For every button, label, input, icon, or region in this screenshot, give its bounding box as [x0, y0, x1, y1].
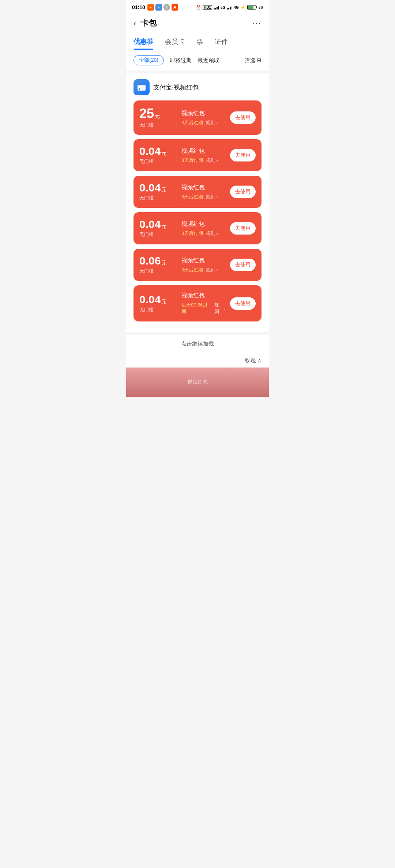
- alarm-icon: ⏰: [196, 5, 201, 10]
- coupon-name-1: 视频红包: [181, 110, 226, 117]
- coupon-expire-4: 3天后过期: [181, 230, 203, 237]
- coupon-amount-5: 0.06 元: [139, 255, 172, 266]
- coupon-rules-4[interactable]: 规则 ›: [206, 230, 218, 237]
- coupon-expire-row-6: 后天00:56过期 规则 ›: [181, 302, 226, 315]
- taobao-icon: 淘: [172, 4, 178, 11]
- coupon-expire-1: 3天后过期: [181, 119, 203, 126]
- page-title: 卡包: [140, 18, 157, 28]
- status-bar: 01:10 B S ↻ 淘 ⏰ HD1 5G 4G ⚡: [126, 0, 269, 13]
- coupon-card-4: 0.04 元 无门槛 视频红包 3天后过期 规则 › 去使用: [133, 212, 262, 244]
- coupon-info-2: 视频红包 3天后过期 规则 ›: [181, 147, 226, 164]
- section-name: 支付宝·视频红包: [153, 83, 199, 92]
- use-button-5[interactable]: 去使用: [230, 259, 256, 271]
- coupon-section: 支付宝·视频红包 25 元 无门槛 视频红包 3天后过期 规则 › 去使用: [126, 73, 269, 332]
- coupon-divider-4: [177, 219, 177, 237]
- tab-coupon[interactable]: 优惠券: [133, 37, 153, 50]
- coupon-unit-6: 元: [161, 298, 166, 305]
- filter-expiring[interactable]: 即将过期: [170, 57, 192, 64]
- chevron-up-icon: ∧: [257, 357, 262, 364]
- use-button-4[interactable]: 去使用: [230, 222, 256, 235]
- coupon-amount-3: 0.04 元: [139, 182, 172, 193]
- coupon-divider-6: [177, 294, 177, 313]
- tab-ticket[interactable]: 票: [196, 37, 203, 50]
- coupon-value-6: 0.04: [139, 294, 161, 305]
- status-icons: ⏰ HD1 5G 4G ⚡ 76: [196, 5, 263, 10]
- app-icons: B S ↻ 淘: [147, 4, 178, 11]
- tab-certificate[interactable]: 证件: [215, 37, 228, 50]
- coupon-value-1: 25: [139, 107, 154, 120]
- coupon-rules-2[interactable]: 规则 ›: [206, 157, 218, 164]
- coupon-unit-4: 元: [161, 223, 166, 230]
- coupon-divider-2: [177, 146, 177, 164]
- svg-point-2: [139, 88, 140, 90]
- coupon-expire-3: 3天后过期: [181, 194, 203, 200]
- use-button-2[interactable]: 去使用: [230, 149, 256, 161]
- coupon-amount-4: 0.04 元: [139, 219, 172, 230]
- filter-label: 筛选: [244, 57, 255, 64]
- coupon-info-5: 视频红包 3天后过期 规则 ›: [181, 257, 226, 273]
- coupon-name-5: 视频红包: [181, 257, 226, 264]
- collapse-button[interactable]: 收起 ∧: [126, 353, 269, 368]
- coupon-unit-3: 元: [161, 187, 166, 193]
- collapse-label: 收起: [245, 357, 256, 364]
- battery-indicator: [247, 5, 257, 9]
- coupon-value-5: 0.06: [139, 255, 161, 266]
- 5g-label: 5G: [221, 5, 225, 9]
- coupon-rules-5[interactable]: 规则 ›: [206, 267, 218, 273]
- coupon-expire-6: 后天00:56过期: [181, 302, 211, 315]
- coupon-info-6: 视频红包 后天00:56过期 规则 ›: [181, 292, 226, 315]
- coupon-card-2: 0.04 元 无门槛 视频红包 3天后过期 规则 › 去使用: [133, 139, 262, 171]
- soul-icon: S: [155, 4, 162, 11]
- coupon-info-3: 视频红包 3天后过期 规则 ›: [181, 184, 226, 200]
- coupon-rules-3[interactable]: 规则 ›: [206, 194, 218, 200]
- reload-icon: ↻: [163, 4, 170, 11]
- 5g-signal: [214, 5, 219, 9]
- 4g-signal: [227, 5, 232, 9]
- coupon-expire-5: 3天后过期: [181, 267, 203, 273]
- coupon-info-1: 视频红包 3天后过期 规则 ›: [181, 110, 226, 126]
- coupon-expire-row-5: 3天后过期 规则 ›: [181, 267, 226, 273]
- filter-all-chip[interactable]: 全部(20): [133, 55, 164, 65]
- coupon-rules-1[interactable]: 规则 ›: [206, 119, 218, 126]
- coupon-threshold-5: 无门槛: [139, 268, 172, 274]
- coupon-amount-1: 25 元: [139, 107, 172, 120]
- coupon-threshold-1: 无门槛: [139, 122, 172, 128]
- coupon-amount-block-1: 25 元 无门槛: [139, 107, 172, 128]
- use-button-3[interactable]: 去使用: [230, 186, 256, 198]
- coupon-threshold-6: 无门槛: [139, 307, 172, 313]
- coupon-unit-2: 元: [161, 150, 166, 157]
- use-button-6[interactable]: 去使用: [230, 297, 256, 310]
- coupon-amount-block-4: 0.04 元 无门槛: [139, 219, 172, 238]
- 4g-label: 4G: [234, 5, 238, 9]
- coupon-card-6: 0.04 元 无门槛 视频红包 后天00:56过期 规则 › 去使用: [133, 285, 262, 321]
- coupon-expire-2: 3天后过期: [181, 157, 203, 164]
- tab-membership[interactable]: 会员卡: [165, 37, 185, 50]
- back-button[interactable]: ‹: [133, 19, 136, 27]
- svg-rect-1: [138, 86, 146, 88]
- coupon-unit-1: 元: [155, 113, 160, 120]
- filter-button[interactable]: 筛选 ⊟: [244, 57, 262, 64]
- lightning-icon: ⚡: [240, 5, 246, 10]
- coupon-threshold-2: 无门槛: [139, 158, 172, 165]
- coupon-value-2: 0.04: [139, 146, 161, 157]
- coupon-rules-6[interactable]: 规则 ›: [214, 302, 226, 315]
- more-button[interactable]: ···: [253, 18, 262, 28]
- coupon-divider-5: [177, 256, 177, 274]
- coupon-name-3: 视频红包: [181, 184, 226, 191]
- coupon-amount-block-5: 0.06 元 无门槛: [139, 255, 172, 274]
- boss-icon: B: [147, 4, 154, 11]
- coupon-amount-block-3: 0.04 元 无门槛: [139, 182, 172, 201]
- load-more-button[interactable]: 点击继续加载: [126, 335, 269, 353]
- coupon-expire-row-4: 3天后过期 规则 ›: [181, 230, 226, 237]
- filter-recent[interactable]: 最近领取: [198, 57, 219, 64]
- battery-percent: 76: [259, 5, 263, 9]
- coupon-expire-row-3: 3天后过期 规则 ›: [181, 194, 226, 200]
- coupon-value-3: 0.04: [139, 182, 161, 193]
- section-header: 支付宝·视频红包: [133, 79, 262, 95]
- coupon-expire-row-2: 3天后过期 规则 ›: [181, 157, 226, 164]
- header: ‹ 卡包 ···: [126, 13, 269, 34]
- coupon-amount-block-2: 0.04 元 无门槛: [139, 146, 172, 165]
- coupon-amount-6: 0.04 元: [139, 294, 172, 305]
- use-button-1[interactable]: 去使用: [230, 111, 256, 124]
- tab-bar: 优惠券 会员卡 票 证件: [126, 34, 269, 50]
